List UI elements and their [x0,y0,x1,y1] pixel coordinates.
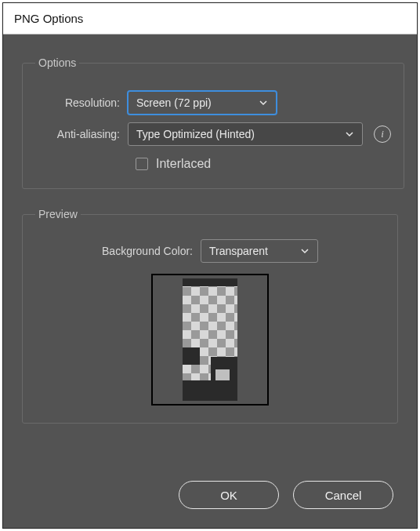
resolution-select[interactable]: Screen (72 ppi) [128,91,277,115]
antialias-select[interactable]: Type Optimized (Hinted) [128,122,363,146]
dialog-content: Options Resolution: Screen (72 ppi) Anti… [3,35,417,467]
interlaced-checkbox[interactable] [136,158,148,170]
antialias-value: Type Optimized (Hinted) [136,128,255,140]
interlaced-row: Interlaced [136,157,391,171]
bgcolor-label: Background Color: [102,245,201,257]
interlaced-label: Interlaced [156,157,211,171]
bgcolor-value: Transparent [209,245,268,257]
chevron-down-icon [300,246,310,256]
preview-area: Background Color: Transparent [35,235,385,406]
options-legend: Options [35,56,79,69]
bgcolor-row: Background Color: Transparent [102,239,318,263]
options-group: Options Resolution: Screen (72 ppi) Anti… [22,56,404,189]
resolution-row: Resolution: Screen (72 ppi) [35,91,391,115]
preview-group: Preview Background Color: Transparent [22,208,398,424]
bgcolor-select[interactable]: Transparent [201,239,318,263]
dialog-title: PNG Options [14,12,83,25]
antialias-label: Anti-aliasing: [35,128,128,140]
resolution-label: Resolution: [35,96,128,109]
antialias-row: Anti-aliasing: Type Optimized (Hinted) i [35,122,391,146]
button-row: OK Cancel [3,467,417,528]
png-options-dialog: PNG Options Options Resolution: Screen (… [2,2,418,529]
preview-legend: Preview [35,208,81,220]
ok-button[interactable]: OK [179,481,279,509]
cancel-button[interactable]: Cancel [293,481,393,509]
chevron-down-icon [345,129,354,139]
preview-image [183,278,237,401]
titlebar: PNG Options [3,3,417,35]
resolution-value: Screen (72 ppi) [136,96,212,109]
chevron-down-icon [259,98,268,107]
info-icon[interactable]: i [374,125,391,143]
preview-thumbnail [151,274,269,406]
